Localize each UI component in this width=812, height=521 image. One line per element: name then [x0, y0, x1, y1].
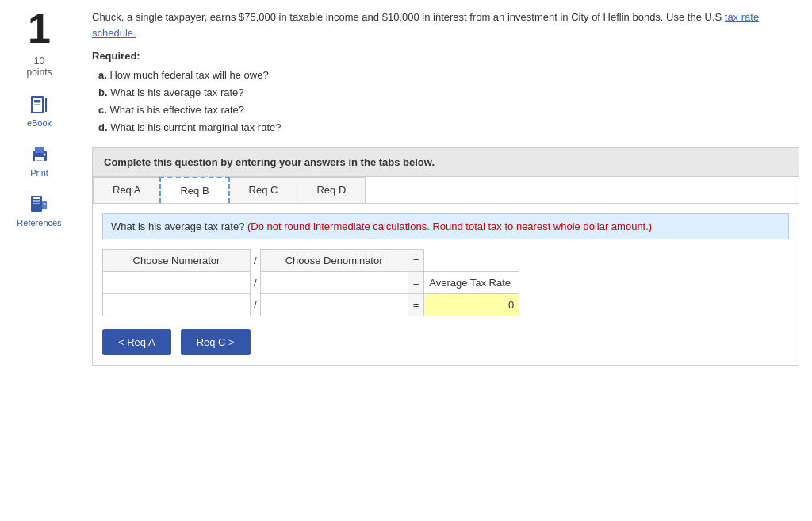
- equals-row1: =: [408, 272, 424, 294]
- req-d-item: d. What is his current marginal tax rate…: [98, 119, 799, 136]
- points-value: 10: [34, 56, 44, 67]
- numerator-header: Choose Numerator: [103, 250, 251, 272]
- tab-req-d[interactable]: Req D: [297, 177, 366, 203]
- sidebar-item-ebook[interactable]: eBook: [27, 94, 52, 128]
- svg-rect-17: [33, 205, 38, 205]
- equals-row2: =: [408, 294, 424, 316]
- next-button[interactable]: Req C >: [181, 329, 251, 355]
- denominator-input-field-row2[interactable]: [266, 297, 403, 312]
- svg-rect-15: [33, 201, 40, 202]
- numerator-input-field-row2[interactable]: [108, 297, 245, 312]
- requirements-list: a. How much federal tax will he owe? b. …: [98, 67, 799, 136]
- tabs-container: Req A Req B Req C Req D What is his aver…: [92, 177, 799, 366]
- svg-rect-7: [35, 147, 44, 153]
- main-content: Chuck, a single taxpayer, earns $75,000 …: [79, 0, 812, 521]
- instructions-text: Complete this question by entering your …: [104, 156, 435, 168]
- denominator-input-row2[interactable]: [260, 294, 408, 316]
- svg-rect-8: [35, 157, 44, 163]
- denominator-input-field-row1[interactable]: [266, 275, 403, 290]
- ebook-icon: [28, 94, 50, 116]
- nav-buttons: < Req A Req C >: [102, 329, 789, 355]
- sidebar-item-print[interactable]: Print: [29, 144, 51, 178]
- problem-text: Chuck, a single taxpayer, earns $75,000 …: [92, 10, 799, 40]
- tabs-row: Req A Req B Req C Req D: [93, 177, 799, 204]
- numerator-input-row1[interactable]: [103, 272, 251, 294]
- req-a-letter: a.: [98, 69, 107, 81]
- svg-point-11: [43, 154, 45, 156]
- points-text: points: [26, 67, 52, 78]
- svg-rect-4: [34, 104, 40, 105]
- equals-header: =: [408, 250, 424, 272]
- req-d-letter: d.: [98, 121, 108, 133]
- sidebar: 1 10 points eBook Print: [0, 0, 79, 521]
- tab-b-question: What is his average tax rate?: [111, 220, 244, 232]
- calc-table: Choose Numerator / Choose Denominator = …: [102, 249, 519, 316]
- req-d-text: What is his current marginal tax rate?: [110, 121, 281, 133]
- req-b-item: b. What is his average tax rate?: [98, 84, 799, 102]
- divider-row2: /: [251, 294, 261, 316]
- svg-rect-2: [34, 100, 40, 102]
- svg-text:?: ?: [44, 202, 47, 208]
- tab-b-instruction: (Do not round intermediate calculations.…: [247, 220, 652, 232]
- req-c-item: c. What is his effective tax rate?: [98, 102, 799, 119]
- print-icon: [29, 144, 51, 166]
- problem-text-part1: Chuck, a single taxpayer, earns $75,000 …: [92, 11, 725, 23]
- prev-button[interactable]: < Req A: [102, 329, 171, 355]
- svg-rect-16: [33, 203, 40, 204]
- result-value: 0: [424, 294, 519, 316]
- sidebar-item-references[interactable]: ? References: [17, 193, 61, 228]
- numerator-input-field-row1[interactable]: [108, 275, 245, 290]
- question-number: 1: [28, 8, 51, 49]
- tab-req-c[interactable]: Req C: [229, 177, 298, 203]
- references-label: References: [17, 218, 61, 228]
- svg-rect-10: [36, 160, 43, 161]
- result-label: Average Tax Rate: [424, 272, 519, 294]
- svg-rect-9: [36, 159, 43, 159]
- instructions-box: Complete this question by entering your …: [92, 147, 799, 177]
- req-a-text: How much federal tax will he owe?: [109, 69, 268, 81]
- print-label: Print: [30, 168, 48, 178]
- req-c-text: What is his effective tax rate?: [109, 104, 244, 116]
- tab-b-content: What is his average tax rate? (Do not ro…: [93, 204, 799, 365]
- divider-header: /: [251, 250, 261, 272]
- svg-rect-13: [33, 197, 40, 199]
- references-icon: ?: [28, 193, 50, 216]
- ebook-label: eBook: [27, 118, 52, 128]
- divider-row1: /: [251, 272, 261, 294]
- svg-rect-3: [34, 102, 40, 103]
- required-label: Required:: [92, 50, 799, 62]
- denominator-input-row1[interactable]: [260, 272, 408, 294]
- question-line: What is his average tax rate? (Do not ro…: [102, 213, 789, 239]
- numerator-input-row2[interactable]: [103, 294, 251, 316]
- req-c-letter: c.: [98, 104, 107, 116]
- req-a-item: a. How much federal tax will he owe?: [98, 67, 799, 84]
- svg-rect-5: [45, 98, 47, 112]
- req-b-letter: b.: [98, 86, 108, 98]
- denominator-header: Choose Denominator: [260, 250, 408, 272]
- tab-req-b[interactable]: Req B: [159, 177, 229, 203]
- req-b-text: What is his average tax rate?: [110, 86, 243, 98]
- points-label: 10 points: [26, 56, 52, 78]
- svg-rect-14: [33, 200, 40, 201]
- tab-req-a[interactable]: Req A: [93, 177, 160, 203]
